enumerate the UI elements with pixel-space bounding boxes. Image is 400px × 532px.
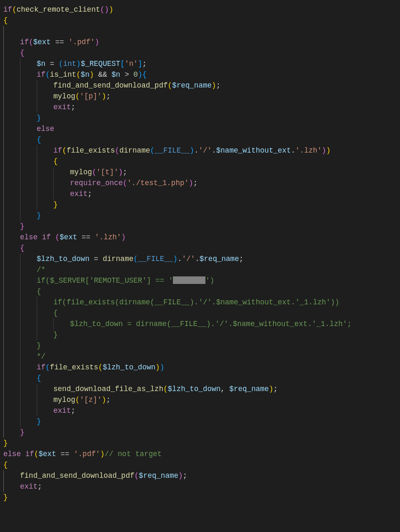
code-line[interactable]: $lzh_to_down = dirname(__FILE__).'/'.$re…	[3, 253, 397, 264]
code-line[interactable]: }	[3, 427, 397, 438]
code-line[interactable]: $lzh_to_down = dirname(__FILE__).'/'.$na…	[3, 319, 397, 329]
code-line[interactable]: }	[3, 492, 397, 503]
code-line[interactable]: }	[3, 438, 397, 449]
code-line[interactable]: if(file_exists($lzh_to_down))	[3, 362, 397, 373]
code-line[interactable]: if($ext == '.pdf')	[3, 37, 397, 48]
code-line[interactable]: mylog('[t]');	[3, 167, 397, 178]
code-line[interactable]: if($_SERVER['REMOTE_USER'] == '')	[3, 275, 397, 286]
code-line[interactable]: find_and_send_download_pdf($req_name);	[3, 470, 397, 481]
code-line[interactable]: if(check_remote_client())	[3, 4, 397, 15]
code-line[interactable]: /*	[3, 264, 397, 275]
code-line[interactable]: {	[3, 373, 397, 384]
code-block[interactable]: if(check_remote_client()){if($ext == '.p…	[0, 0, 400, 507]
code-line[interactable]: */	[3, 351, 397, 362]
code-line[interactable]: {	[3, 286, 397, 297]
code-line[interactable]: {	[3, 15, 397, 26]
code-line[interactable]: }	[3, 113, 397, 123]
code-line[interactable]: }	[3, 221, 397, 232]
code-line[interactable]: else	[3, 123, 397, 134]
code-line[interactable]: }	[3, 329, 397, 340]
code-line[interactable]: else if($ext == '.pdf')// not target	[3, 449, 397, 459]
code-line[interactable]: if(file_exists(dirname(__FILE__).'/'.$na…	[3, 297, 397, 308]
code-line[interactable]: if(file_exists(dirname(__FILE__).'/'.$na…	[3, 145, 397, 156]
code-line[interactable]: exit;	[3, 188, 397, 199]
code-line[interactable]: }	[3, 416, 397, 427]
code-line[interactable]: {	[3, 134, 397, 145]
code-line[interactable]: else if ($ext == '.lzh')	[3, 232, 397, 243]
code-line[interactable]: exit;	[3, 481, 397, 492]
code-line[interactable]: if(is_int($n) && $n > 0){	[3, 69, 397, 80]
code-line[interactable]: mylog('[z]');	[3, 394, 397, 405]
code-line[interactable]: }	[3, 340, 397, 351]
code-line[interactable]: {	[3, 243, 397, 253]
code-line[interactable]: {	[3, 308, 397, 319]
code-line[interactable]	[3, 26, 397, 37]
code-line[interactable]: find_and_send_download_pdf($req_name);	[3, 80, 397, 91]
code-line[interactable]: {	[3, 156, 397, 167]
code-line[interactable]: send_download_file_as_lzh($lzh_to_down, …	[3, 384, 397, 394]
code-line[interactable]: $n = (int)$_REQUEST['n'];	[3, 58, 397, 69]
code-line[interactable]: exit;	[3, 405, 397, 416]
code-line[interactable]: }	[3, 199, 397, 210]
code-line[interactable]: exit;	[3, 102, 397, 113]
code-line[interactable]: require_once('./test_1.php');	[3, 178, 397, 188]
code-line[interactable]: mylog('[p]');	[3, 91, 397, 102]
code-line[interactable]: }	[3, 210, 397, 221]
code-line[interactable]: {	[3, 48, 397, 58]
code-line[interactable]: {	[3, 459, 397, 470]
